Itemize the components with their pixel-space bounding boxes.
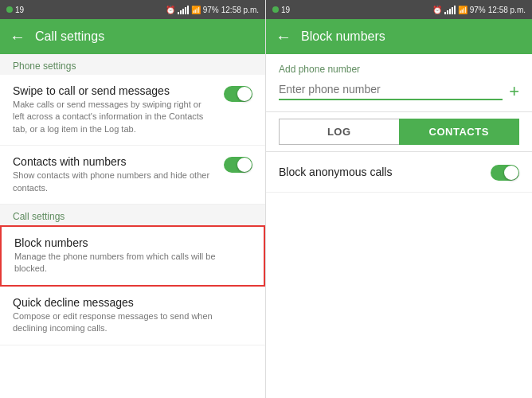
swipe-to-call-content: Swipe to call or send messages Make call… [13, 84, 214, 135]
left-status-num: 19 [15, 6, 24, 14]
contacts-with-numbers-toggle[interactable] [224, 157, 252, 173]
right-time: 12:58 p.m. [488, 6, 526, 14]
swipe-to-call-desc: Make calls or send messages by swiping r… [13, 99, 214, 135]
contacts-with-numbers-desc: Show contacts with phone numbers and hid… [13, 170, 214, 194]
right-status-num: 19 [281, 6, 290, 14]
contacts-with-numbers-content: Contacts with numbers Show contacts with… [13, 155, 214, 194]
left-screen-title: Call settings [35, 29, 104, 44]
right-screen-title: Block numbers [301, 29, 385, 44]
battery-level: 97% [203, 6, 219, 14]
right-panel: 19 ⏰ 📶 97% 12:58 p.m. ← Block numbers Ad… [266, 0, 532, 398]
setting-swipe-to-call[interactable]: Swipe to call or send messages Make call… [0, 75, 265, 146]
section-header-phone: Phone settings [0, 54, 265, 75]
signal-bars-icon [178, 5, 189, 14]
setting-quick-decline[interactable]: Quick decline messages Compose or edit r… [0, 287, 265, 345]
phone-input-row: + [266, 78, 532, 112]
right-status-icons: 19 [272, 6, 290, 14]
swipe-to-call-title: Swipe to call or send messages [13, 84, 214, 97]
quick-decline-content: Quick decline messages Compose or edit r… [13, 296, 243, 335]
block-anonymous-calls-toggle[interactable] [491, 165, 519, 181]
quick-decline-desc: Compose or edit response messages to sen… [13, 310, 243, 335]
right-battery-level: 97% [470, 6, 486, 14]
add-phone-button[interactable]: + [509, 81, 519, 102]
block-anonymous-calls-label: Block anonymous calls [279, 166, 392, 178]
left-top-bar: ← Call settings [0, 19, 265, 54]
left-panel: 19 ⏰ 📶 97% 12:58 p.m. ← Call settings Ph… [0, 0, 266, 398]
left-status-icons: 19 [6, 6, 24, 14]
block-numbers-content: Block numbers Manage the phone numbers f… [14, 236, 241, 275]
right-notification-dot [272, 6, 279, 13]
swipe-to-call-toggle[interactable] [224, 86, 252, 102]
quick-decline-title: Quick decline messages [13, 296, 243, 309]
wifi-icon: 📶 [191, 6, 201, 14]
add-phone-label: Add phone number [266, 54, 532, 78]
contacts-with-numbers-title: Contacts with numbers [13, 155, 214, 168]
setting-block-numbers[interactable]: Block numbers Manage the phone numbers f… [0, 225, 265, 287]
tab-contacts[interactable]: CONTACTS [399, 119, 520, 145]
left-back-button[interactable]: ← [10, 28, 25, 46]
right-alarm-icon: ⏰ [432, 6, 442, 14]
right-wifi-icon: 📶 [458, 6, 467, 14]
left-time: 12:58 p.m. [221, 6, 259, 14]
tab-buttons-row: LOG CONTACTS [266, 112, 532, 152]
left-status-right: ⏰ 📶 97% 12:58 p.m. [166, 5, 259, 14]
notification-dot [6, 6, 13, 13]
right-back-button[interactable]: ← [276, 28, 291, 46]
right-signal-bars-icon [444, 5, 456, 14]
section-header-call: Call settings [0, 205, 265, 225]
left-status-bar: 19 ⏰ 📶 97% 12:58 p.m. [0, 0, 265, 19]
block-numbers-title: Block numbers [14, 236, 241, 249]
phone-number-input[interactable] [279, 83, 503, 100]
block-anonymous-calls-row[interactable]: Block anonymous calls [266, 152, 532, 193]
right-status-right: ⏰ 📶 97% 12:58 p.m. [432, 5, 526, 14]
tab-log[interactable]: LOG [279, 119, 399, 145]
right-status-bar: 19 ⏰ 📶 97% 12:58 p.m. [266, 0, 532, 19]
block-numbers-desc: Manage the phone numbers from which call… [14, 251, 241, 275]
setting-contacts-with-numbers[interactable]: Contacts with numbers Show contacts with… [0, 146, 265, 205]
right-top-bar: ← Block numbers [266, 19, 532, 54]
alarm-icon: ⏰ [166, 6, 175, 14]
